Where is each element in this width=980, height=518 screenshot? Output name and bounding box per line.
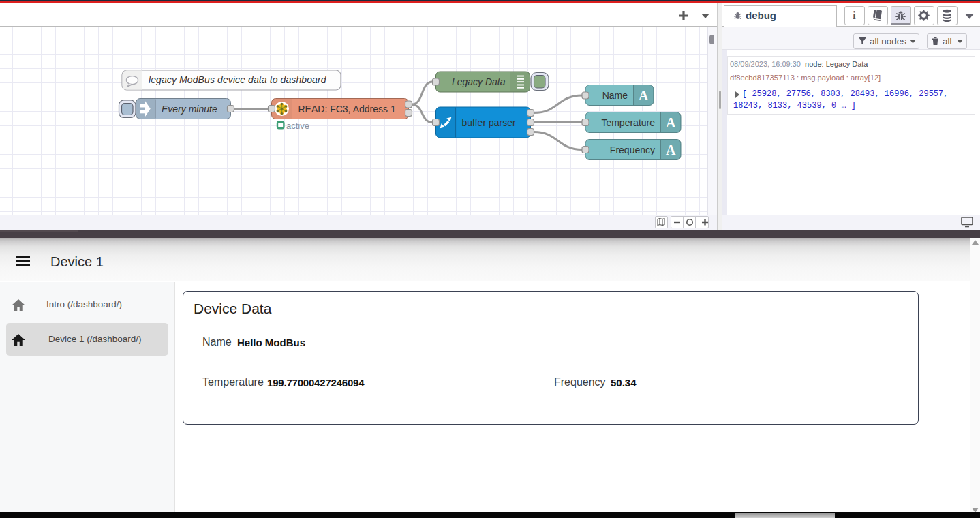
svg-text:active: active — [286, 121, 309, 131]
svg-text:buffer parser: buffer parser — [462, 117, 516, 128]
svg-text:legacy ModBus device data to d: legacy ModBus device data to dashboard — [149, 74, 327, 85]
svg-text:Frequency: Frequency — [610, 144, 655, 155]
svg-text:Legacy Data: Legacy Data — [452, 76, 506, 87]
svg-text:A: A — [666, 142, 676, 157]
svg-text:Name: Name — [602, 90, 628, 101]
svg-text:A: A — [639, 88, 649, 103]
svg-text:Temperature: Temperature — [601, 117, 655, 128]
svg-text:A: A — [666, 115, 676, 130]
svg-text:Every minute: Every minute — [162, 104, 217, 115]
svg-text:READ: FC3, Address 1: READ: FC3, Address 1 — [298, 104, 396, 115]
